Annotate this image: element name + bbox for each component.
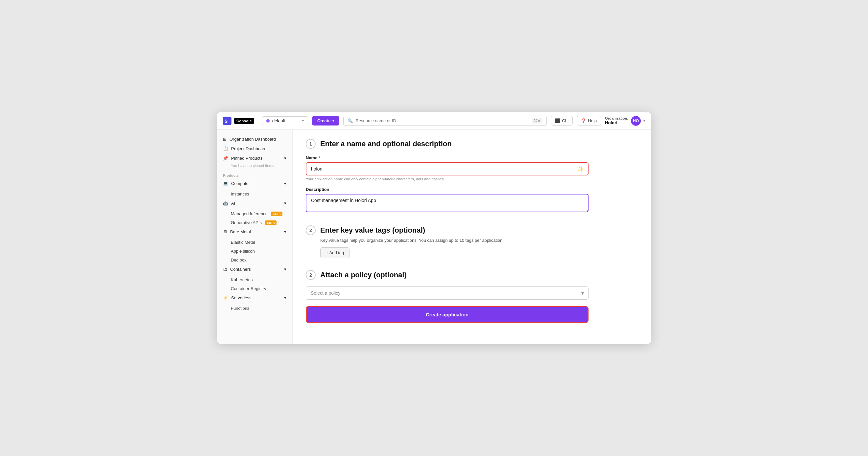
elastic-metal-label: Elastic Metal (231, 240, 255, 245)
search-icon: 🔍 (347, 118, 353, 123)
sidebar-subitem-container-registry[interactable]: Container Registry (217, 284, 292, 293)
compute-chevron-icon: ▾ (284, 181, 286, 186)
app-window: S Console default ▾ Create ▾ 🔍 ⌘ K ⬛ CLI (217, 112, 651, 344)
name-form-group: Name * ✨ Your application name can only … (306, 155, 589, 181)
bare-metal-chevron-icon: ▾ (284, 229, 286, 234)
step2-number: 2 (306, 225, 316, 235)
managed-inference-beta-badge: BETA (271, 211, 282, 216)
dedibox-label: Dedibox (231, 258, 247, 262)
topbar: S Console default ▾ Create ▾ 🔍 ⌘ K ⬛ CLI (217, 112, 651, 130)
project-name: default (272, 118, 285, 123)
cli-button[interactable]: ⬛ CLI (551, 116, 573, 126)
step1-header: 1 Enter a name and optional description (306, 139, 638, 149)
instances-label: Instances (231, 192, 249, 196)
pinned-chevron-icon: ▾ (284, 156, 286, 161)
products-section-label: Products (217, 170, 292, 179)
step1-section: 1 Enter a name and optional description … (306, 139, 638, 214)
sidebar-item-ai[interactable]: 🤖 AI ▾ (217, 198, 292, 208)
sidebar-subitem-apple-silicon[interactable]: Apple silicon (217, 247, 292, 256)
create-application-button[interactable]: Create application (306, 306, 589, 323)
sidebar: ⊞ Organization Dashboard 📋 Project Dashb… (217, 130, 292, 344)
sidebar-item-org-dashboard[interactable]: ⊞ Organization Dashboard (217, 134, 292, 144)
org-dashboard-icon: ⊞ (223, 137, 226, 141)
avatar: HO (631, 116, 641, 126)
content-area: 1 Enter a name and optional description … (292, 130, 651, 344)
logo-area: S Console (223, 117, 254, 125)
project-selector[interactable]: default ▾ (262, 116, 308, 125)
compute-icon: 💻 (223, 181, 228, 186)
search-bar[interactable]: 🔍 ⌘ K (343, 116, 547, 126)
sidebar-item-serverless[interactable]: ⚡ Serverless ▾ (217, 293, 292, 302)
policy-select[interactable]: Select a policy (306, 287, 589, 300)
step2-header: 2 Enter key value tags (optional) (306, 225, 638, 235)
ai-icon: 🤖 (223, 201, 228, 206)
pin-icon: 📌 (223, 156, 228, 161)
sidebar-item-compute[interactable]: 💻 Compute ▾ (217, 179, 292, 188)
apple-silicon-label: Apple silicon (231, 249, 255, 254)
step3-number: 2 (306, 270, 316, 280)
containers-icon: 🗂 (223, 267, 227, 272)
containers-chevron-icon: ▾ (284, 267, 286, 272)
chevron-down-icon: ▾ (302, 119, 304, 123)
org-chevron-icon: ▾ (644, 119, 645, 123)
project-dot-icon (266, 119, 270, 123)
name-hint: Your application name can only contain a… (306, 177, 589, 181)
main-layout: ⊞ Organization Dashboard 📋 Project Dashb… (217, 130, 651, 344)
step2-title: Enter key value tags (optional) (320, 226, 425, 235)
org-label: Organization: (605, 116, 628, 120)
serverless-chevron-icon: ▾ (284, 295, 286, 300)
add-tag-button[interactable]: + Add tag (320, 248, 349, 258)
help-button[interactable]: ❓ Help (577, 116, 601, 126)
create-app-btn-wrapper: Create application (306, 306, 589, 323)
keyboard-shortcut-badge: ⌘ K (532, 118, 542, 124)
container-registry-label: Container Registry (231, 286, 266, 291)
create-chevron-icon: ▾ (332, 119, 334, 123)
sidebar-subitem-functions[interactable]: Functions (217, 304, 292, 313)
bare-metal-icon: 🖥 (223, 229, 227, 234)
sidebar-subitem-elastic-metal[interactable]: Elastic Metal (217, 238, 292, 247)
desc-label: Description (306, 187, 589, 192)
cli-icon: ⬛ (555, 118, 560, 123)
kubernetes-label: Kubernetes (231, 277, 253, 282)
managed-inference-label: Managed Inference (231, 211, 268, 216)
console-label: Console (234, 118, 254, 124)
help-icon: ❓ (581, 118, 586, 123)
search-input[interactable] (355, 118, 529, 123)
name-input-wrapper: ✨ (306, 162, 589, 175)
project-dashboard-icon: 📋 (223, 146, 228, 151)
org-area[interactable]: Organization: Holori HO ▾ (605, 116, 645, 126)
step3-section: 2 Attach a policy (optional) Select a po… (306, 270, 638, 323)
desc-input[interactable]: Cost management in Holori App (306, 194, 589, 212)
step2-subtitle: Key value tags help you organize your ap… (320, 238, 638, 243)
policy-select-wrapper: Select a policy ▾ (306, 287, 589, 300)
step1-title: Enter a name and optional description (320, 140, 452, 148)
generative-apis-label: Generative APIs (231, 220, 262, 225)
step3-header: 2 Attach a policy (optional) (306, 270, 638, 280)
generative-apis-beta-badge: BETA (265, 221, 277, 225)
step3-title: Attach a policy (optional) (320, 271, 407, 279)
sidebar-item-pinned-products[interactable]: 📌 Pinned Products ▾ (217, 154, 292, 163)
org-name: Holori (605, 120, 628, 125)
functions-label: Functions (231, 306, 249, 311)
create-button[interactable]: Create ▾ (312, 116, 339, 126)
name-input[interactable] (306, 163, 574, 175)
serverless-icon: ⚡ (223, 295, 228, 300)
scaleway-logo-icon: S (223, 117, 231, 125)
sidebar-item-bare-metal[interactable]: 🖥 Bare Metal ▾ (217, 227, 292, 236)
step1-number: 1 (306, 139, 316, 149)
sidebar-item-containers[interactable]: 🗂 Containers ▾ (217, 264, 292, 274)
sidebar-subitem-managed-inference[interactable]: Managed Inference BETA (217, 209, 292, 218)
required-star: * (319, 155, 320, 160)
sidebar-subitem-generative-apis[interactable]: Generative APIs BETA (217, 218, 292, 227)
svg-text:S: S (224, 119, 227, 124)
name-label: Name * (306, 155, 589, 160)
sidebar-subitem-dedibox[interactable]: Dedibox (217, 256, 292, 264)
step2-section: 2 Enter key value tags (optional) Key va… (306, 225, 638, 258)
ai-chevron-icon: ▾ (284, 201, 286, 206)
wand-button[interactable]: ✨ (574, 163, 588, 175)
sidebar-subitem-kubernetes[interactable]: Kubernetes (217, 275, 292, 284)
pinned-note: You have no pinned items. (217, 163, 292, 170)
desc-form-group: Description Cost management in Holori Ap… (306, 187, 589, 214)
sidebar-subitem-instances[interactable]: Instances (217, 190, 292, 198)
sidebar-item-project-dashboard[interactable]: 📋 Project Dashboard (217, 144, 292, 154)
